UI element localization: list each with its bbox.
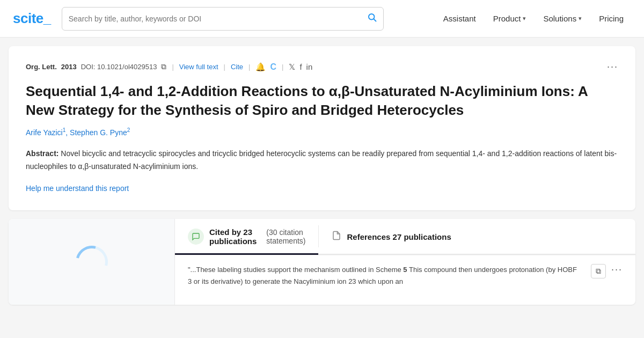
snippet-bold-number: 5 — [403, 266, 407, 274]
cited-by-icon — [188, 229, 204, 245]
meta-sep-4: | — [282, 63, 283, 71]
search-button[interactable] — [367, 12, 377, 25]
copy-icon: ⧉ — [596, 267, 601, 275]
logo[interactable]: scite_ — [13, 10, 51, 27]
left-panel — [9, 219, 175, 305]
twitter-icon[interactable]: 𝕏 — [289, 62, 295, 72]
tab-cited-by[interactable]: Cited by 23 publications (30 citation st… — [175, 219, 318, 255]
citations-sub: statements) — [266, 237, 305, 245]
search-icon — [367, 12, 377, 22]
header: scite_ Assistant Product ▾ Solutions ▾ P… — [0, 0, 644, 38]
product-chevron-icon: ▾ — [523, 15, 526, 22]
spinner-container — [70, 240, 113, 283]
cite-link[interactable]: Cite — [231, 63, 243, 71]
meta-sep-1: | — [172, 63, 173, 71]
search-input[interactable] — [69, 14, 367, 23]
author-1[interactable]: Arife Yazici1 — [26, 128, 65, 137]
authors[interactable]: Arife Yazici1, Stephen G. Pyne2 — [26, 127, 618, 137]
article-meta: Org. Lett. 2013 DOI: 10.1021/ol4029513 ⧉… — [26, 61, 618, 72]
view-full-text-link[interactable]: View full text — [179, 63, 218, 71]
snippet-more-button[interactable]: ··· — [611, 264, 623, 275]
snippet-text-before: "...These labeling studies support the m… — [188, 266, 403, 274]
doi-label: DOI: 10.1021/ol4029513 — [81, 63, 157, 71]
meta-sep-3: | — [248, 63, 250, 71]
logo-text: scite_ — [13, 10, 51, 26]
tab-citation-statements: (30 citation statements) — [266, 228, 305, 245]
publication-year: 2013 — [61, 63, 77, 71]
abstract-text: Novel bicyclic and tetracyclic spirocycl… — [26, 149, 617, 171]
author-2-sup: 2 — [127, 127, 130, 133]
nav-pricing[interactable]: Pricing — [591, 10, 631, 27]
references-doc-icon — [332, 231, 341, 243]
tab-cited-by-labels: Cited by 23 publications — [209, 227, 257, 246]
search-bar — [62, 7, 384, 31]
citation-snippet: "...These labeling studies support the m… — [175, 255, 635, 305]
cited-by-sub-label: publications — [209, 237, 257, 246]
snippet-text: "...These labeling studies support the m… — [188, 264, 582, 287]
tabs-row: Cited by 23 publications (30 citation st… — [175, 219, 635, 255]
social-icons: 𝕏 f in — [289, 62, 312, 72]
nav-product[interactable]: Product ▾ — [486, 10, 534, 27]
chat-icon — [192, 232, 200, 241]
author-2[interactable]: Stephen G. Pyne2 — [70, 128, 130, 137]
loading-indicator: C — [270, 62, 276, 72]
nav: Assistant Product ▾ Solutions ▾ Pricing — [436, 10, 631, 27]
copy-button[interactable]: ⧉ — [591, 264, 606, 278]
article-card: Org. Lett. 2013 DOI: 10.1021/ol4029513 ⧉… — [9, 46, 635, 210]
document-icon — [332, 231, 341, 240]
right-panel: Cited by 23 publications (30 citation st… — [175, 219, 635, 305]
journal-name: Org. Lett. — [26, 63, 57, 71]
more-options-button[interactable]: ··· — [607, 61, 618, 72]
doi-value: 10.1021/ol4029513 — [97, 63, 157, 71]
main-content: Org. Lett. 2013 DOI: 10.1021/ol4029513 ⧉… — [0, 46, 644, 305]
author-1-sup: 1 — [63, 127, 66, 133]
tab-references[interactable]: References 27 publications — [319, 219, 464, 255]
abstract-label: Abstract: — [26, 149, 58, 158]
cited-by-main-label: Cited by 23 — [209, 227, 257, 237]
nav-assistant[interactable]: Assistant — [436, 10, 484, 27]
help-link[interactable]: Help me understand this report — [26, 184, 129, 193]
snippet-actions: ⧉ ··· — [591, 264, 623, 278]
linkedin-icon[interactable]: in — [306, 62, 313, 71]
bottom-section: Cited by 23 publications (30 citation st… — [9, 219, 635, 305]
article-title: Sequential 1,4- and 1,2-Addition Reactio… — [26, 82, 618, 120]
citations-count: (30 citation — [266, 228, 305, 237]
doc-icon: ⧉ — [161, 62, 166, 71]
facebook-icon[interactable]: f — [299, 62, 302, 71]
bell-icon[interactable]: 🔔 — [255, 62, 266, 72]
nav-solutions[interactable]: Solutions ▾ — [536, 10, 589, 27]
meta-sep-2: | — [224, 63, 225, 71]
loading-spinner — [70, 240, 114, 284]
solutions-chevron-icon: ▾ — [579, 15, 582, 22]
references-label: References 27 publications — [347, 232, 451, 241]
svg-line-1 — [374, 19, 376, 21]
abstract: Abstract: Novel bicyclic and tetracyclic… — [26, 148, 618, 173]
